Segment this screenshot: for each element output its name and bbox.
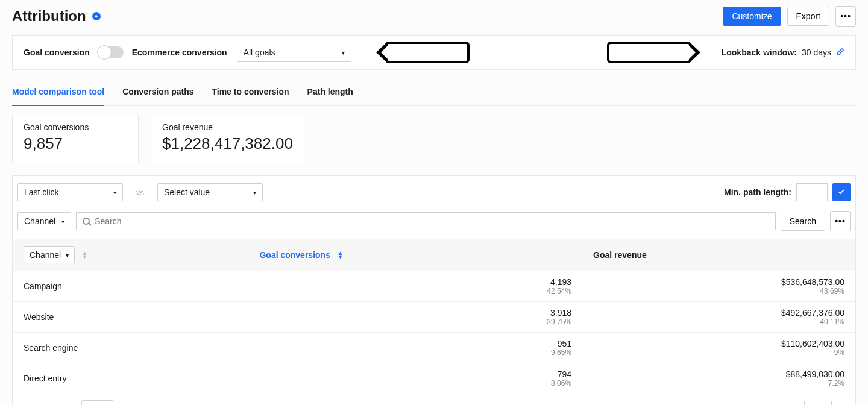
- tab-conversion-paths[interactable]: Conversion paths: [122, 82, 193, 105]
- more-actions-button[interactable]: •••: [835, 6, 856, 27]
- chevron-down-icon: ▾: [61, 218, 64, 225]
- attribution-table: Channel ▾ ▴▾ Goal conversions ▴▾: [13, 239, 855, 394]
- metric-goal-revenue: Goal revenue $1,228,417,382.00: [151, 115, 304, 163]
- chevron-down-icon: ▾: [342, 49, 345, 56]
- beta-badge-icon: ●: [92, 12, 101, 20]
- dots-icon: •••: [840, 11, 851, 21]
- goal-conversion-label: Goal conversion: [24, 48, 90, 57]
- table-more-actions-button[interactable]: •••: [830, 211, 851, 231]
- chevron-down-icon: ▾: [253, 189, 256, 196]
- prev-page-button[interactable]: ←: [788, 401, 805, 405]
- min-path-input[interactable]: [796, 183, 828, 201]
- date-range-end[interactable]: [607, 42, 691, 63]
- items-per-page-select[interactable]: 10 ▾: [81, 400, 113, 405]
- sort-icon: ▴▾: [83, 251, 86, 259]
- column-header-revenue[interactable]: Goal revenue: [582, 239, 855, 271]
- metric-goal-conversions: Goal conversions 9,857: [12, 115, 139, 163]
- metric-title: Goal revenue: [162, 122, 293, 132]
- sort-icon: ▴▾: [339, 251, 342, 259]
- cell-revenue: $88,499,030.007.2%: [582, 363, 855, 394]
- column-header-channel[interactable]: Channel ▾ ▴▾: [13, 239, 248, 271]
- cell-channel: Website: [13, 302, 248, 333]
- search-button[interactable]: Search: [781, 212, 825, 231]
- next-page-button[interactable]: →: [831, 401, 848, 405]
- model-b-select[interactable]: Select value ▾: [157, 183, 263, 201]
- export-button[interactable]: Export: [787, 7, 829, 26]
- tab-path-length[interactable]: Path length: [307, 82, 353, 105]
- edit-lookback-button[interactable]: [836, 48, 844, 58]
- pencil-icon: [836, 48, 844, 56]
- page-title: Attribution: [12, 8, 86, 25]
- vs-separator: - vs -: [129, 188, 151, 197]
- customize-button[interactable]: Customize: [723, 7, 781, 26]
- model-a-value: Last click: [24, 187, 59, 197]
- goal-select[interactable]: All goals ▾: [237, 43, 351, 62]
- cell-channel: Direct entry: [13, 363, 248, 394]
- column-header-conversions[interactable]: Goal conversions ▴▾: [248, 239, 582, 271]
- tab-model-comparison[interactable]: Model comparison tool: [12, 82, 104, 106]
- goal-select-value: All goals: [244, 48, 275, 57]
- metric-value: $1,228,417,382.00: [162, 134, 293, 153]
- table-row: Search engine9519.65%$110,602,403.009%: [13, 333, 855, 363]
- cell-conversions: 3,91839.75%: [248, 302, 582, 333]
- cell-channel: Campaign: [13, 271, 248, 302]
- check-icon: [837, 187, 846, 196]
- metric-title: Goal conversions: [24, 122, 127, 132]
- cell-channel: Search engine: [13, 333, 248, 363]
- search-input[interactable]: [95, 216, 769, 226]
- lookback-label: Lookback window:: [722, 48, 797, 57]
- cell-revenue: $110,602,403.009%: [582, 333, 855, 363]
- channel-header-select[interactable]: Channel ▾: [24, 246, 75, 263]
- table-row: Direct entry7948.06%$88,499,030.007.2%: [13, 363, 855, 394]
- metric-value: 9,857: [24, 134, 127, 153]
- apply-min-path-button[interactable]: [832, 183, 851, 201]
- dots-icon: •••: [835, 216, 846, 226]
- chevron-down-icon: ▾: [66, 252, 69, 259]
- current-page-input[interactable]: [810, 401, 826, 405]
- tab-time-to-conversion[interactable]: Time to conversion: [212, 82, 289, 105]
- dimension-select[interactable]: Channel ▾: [17, 212, 71, 230]
- table-row: Campaign4,19342.54%$536,648,573.0043.69%: [13, 271, 855, 302]
- table-row: Website3,91839.75%$492,667,376.0040.11%: [13, 302, 855, 333]
- search-icon: [83, 218, 90, 225]
- dimension-value: Channel: [24, 216, 55, 226]
- model-b-value: Select value: [164, 187, 210, 197]
- min-path-label: Min. path length:: [724, 187, 791, 197]
- ecommerce-conversion-label: Ecommerce conversion: [132, 48, 227, 57]
- chevron-down-icon: ▾: [113, 189, 116, 196]
- cell-revenue: $492,667,376.0040.11%: [582, 302, 855, 333]
- cell-conversions: 4,19342.54%: [248, 271, 582, 302]
- conversion-type-toggle[interactable]: [98, 46, 124, 58]
- lookback-value: 30 days: [802, 48, 831, 57]
- cell-conversions: 7948.06%: [248, 363, 582, 394]
- cell-revenue: $536,648,573.0043.69%: [582, 271, 855, 302]
- date-range-start[interactable]: [385, 42, 470, 63]
- model-a-select[interactable]: Last click ▾: [17, 183, 123, 201]
- cell-conversions: 9519.65%: [248, 333, 582, 363]
